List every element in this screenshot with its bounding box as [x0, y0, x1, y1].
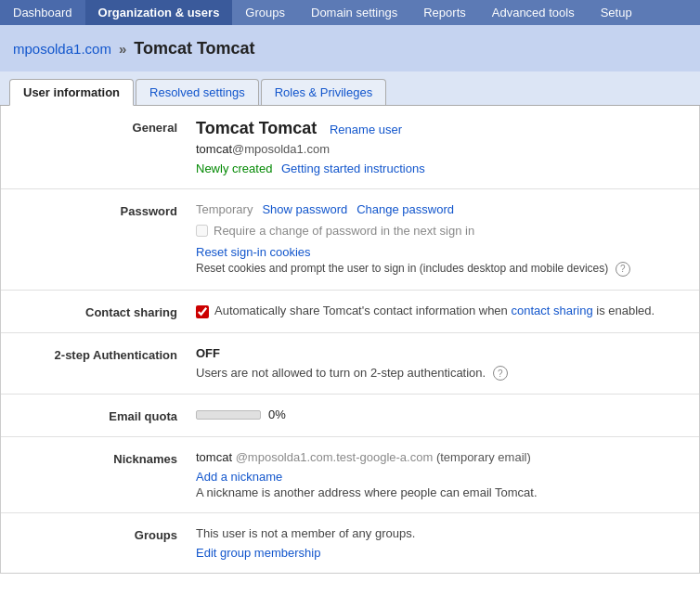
section-content-email-quota: 0% — [196, 407, 699, 423]
breadcrumb-separator: » — [119, 41, 126, 57]
section-content-nicknames: tomcat @mposolda1.com.test-google-a.com … — [196, 450, 699, 499]
nav-dashboard[interactable]: Dashboard — [0, 0, 85, 25]
contact-sharing-row: Automatically share Tomcat's contact inf… — [196, 304, 690, 318]
section-content-password: Temporary Show password Change password … — [196, 202, 699, 277]
change-password-link[interactable]: Change password — [356, 202, 454, 216]
require-change-row: Require a change of password in the next… — [196, 224, 690, 238]
reset-cookies-help-icon[interactable]: ? — [616, 262, 630, 277]
user-fullname: Tomcat Tomcat — [196, 119, 317, 137]
two-step-status: OFF — [196, 346, 690, 360]
nav-org-users[interactable]: Organization & users — [85, 0, 233, 25]
temp-text: Temporary — [196, 202, 253, 216]
tab-roles-privileges[interactable]: Roles & Privileges — [261, 79, 387, 105]
reset-cookies-desc: Reset cookies and prompt the user to sig… — [196, 262, 608, 275]
user-email: tomcat@mposolda1.com — [196, 142, 690, 156]
contact-text-before: Automatically share Tomcat's contact inf… — [214, 304, 508, 317]
section-label-two-step: 2-step Authentication — [1, 346, 196, 382]
contact-sharing-checkbox[interactable] — [196, 305, 209, 318]
breadcrumb-link[interactable]: mposolda1.com — [13, 41, 111, 57]
nickname-temp-label: (temporary email) — [436, 450, 531, 464]
section-groups: Groups This user is not a member of any … — [1, 513, 699, 573]
section-nicknames: Nicknames tomcat @mposolda1.com.test-goo… — [1, 437, 699, 513]
tabs-container: User information Resolved settings Roles… — [0, 71, 700, 106]
tab-resolved-settings[interactable]: Resolved settings — [136, 79, 259, 105]
section-label-contact-sharing: Contact sharing — [1, 304, 196, 319]
quota-bar — [196, 410, 261, 420]
section-general: General Tomcat Tomcat Rename user tomcat… — [1, 106, 699, 189]
quota-bar-container: 0% — [196, 407, 690, 421]
section-content-general: Tomcat Tomcat Rename user tomcat@mposold… — [196, 119, 699, 175]
password-action-row: Temporary Show password Change password — [196, 202, 690, 216]
tab-user-information[interactable]: User information — [9, 79, 134, 106]
groups-member-text: This user is not a member of any groups. — [196, 526, 690, 540]
section-email-quota: Email quota 0% — [1, 395, 699, 437]
nickname-value: tomcat — [196, 450, 232, 464]
reset-cookies-link[interactable]: Reset sign-in cookies — [196, 245, 690, 259]
section-label-groups: Groups — [1, 526, 196, 560]
nickname-desc: A nickname is another address where peop… — [196, 485, 538, 499]
contact-text-after: is enabled. — [596, 304, 655, 317]
section-content-contact-sharing: Automatically share Tomcat's contact inf… — [196, 304, 699, 319]
section-password: Password Temporary Show password Change … — [1, 189, 699, 291]
edit-group-link[interactable]: Edit group membership — [196, 546, 690, 560]
section-contact-sharing: Contact sharing Automatically share Tomc… — [1, 291, 699, 333]
newly-created-badge: Newly created — [196, 162, 272, 175]
email-domain: @mposolda1.com — [232, 142, 330, 156]
section-content-groups: This user is not a member of any groups.… — [196, 526, 699, 560]
nickname-line: tomcat @mposolda1.com.test-google-a.com … — [196, 450, 690, 464]
main-content: General Tomcat Tomcat Rename user tomcat… — [0, 106, 700, 574]
contact-sharing-link[interactable]: contact sharing — [511, 304, 592, 317]
nav-reports[interactable]: Reports — [410, 0, 479, 25]
contact-sharing-text: Automatically share Tomcat's contact inf… — [214, 304, 655, 317]
section-content-two-step: OFF Users are not allowed to turn on 2-s… — [196, 346, 699, 382]
section-label-email-quota: Email quota — [1, 407, 196, 423]
section-label-nicknames: Nicknames — [1, 450, 196, 499]
section-two-step: 2-step Authentication OFF Users are not … — [1, 333, 699, 395]
top-navigation: Dashboard Organization & users Groups Do… — [0, 0, 700, 25]
nav-setup[interactable]: Setup — [588, 0, 645, 25]
show-password-link[interactable]: Show password — [262, 202, 347, 216]
section-label-general: General — [1, 119, 196, 175]
nav-groups[interactable]: Groups — [232, 0, 298, 25]
rename-user-link[interactable]: Rename user — [330, 123, 402, 136]
nickname-domain: @mposolda1.com.test-google-a.com — [236, 450, 434, 464]
getting-started-link[interactable]: Getting started instructions — [281, 162, 425, 175]
email-handle: tomcat — [196, 142, 232, 156]
two-step-help-icon[interactable]: ? — [493, 366, 508, 381]
require-change-label: Require a change of password in the next… — [214, 224, 474, 238]
require-change-checkbox[interactable] — [196, 225, 208, 237]
nav-domain-settings[interactable]: Domain settings — [298, 0, 410, 25]
nav-advanced-tools[interactable]: Advanced tools — [479, 0, 588, 25]
section-label-password: Password — [1, 202, 196, 277]
two-step-desc: Users are not allowed to turn on 2-step … — [196, 366, 690, 382]
quota-percent-label: 0% — [268, 407, 286, 421]
breadcrumb-current: Tomcat Tomcat — [134, 39, 254, 58]
two-step-desc-text: Users are not allowed to turn on 2-step … — [196, 366, 486, 380]
breadcrumb: mposolda1.com » Tomcat Tomcat — [0, 25, 700, 71]
add-nickname-link[interactable]: Add a nickname — [196, 470, 690, 484]
